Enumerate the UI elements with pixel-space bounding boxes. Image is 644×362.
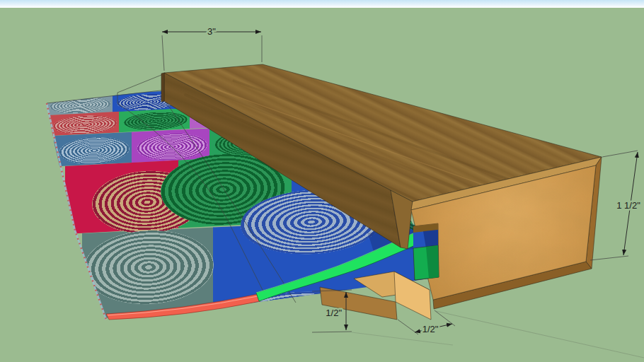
sketchup-viewport[interactable]: 3" 1 1/2" 1/2" 1/2": [0, 0, 644, 362]
dimension-slot-height-label: 1/2": [326, 308, 342, 318]
board-left-end-face: [161, 73, 164, 102]
dimension-height-label: 1 1/2": [616, 200, 640, 211]
scene-canvas[interactable]: 3" 1 1/2" 1/2" 1/2": [0, 0, 644, 362]
dimension-width-label: 3": [207, 26, 216, 37]
sky: [0, 0, 644, 8]
board-slot[interactable]: [413, 223, 439, 280]
dimension-slot-depth-label: 1/2": [422, 324, 439, 334]
